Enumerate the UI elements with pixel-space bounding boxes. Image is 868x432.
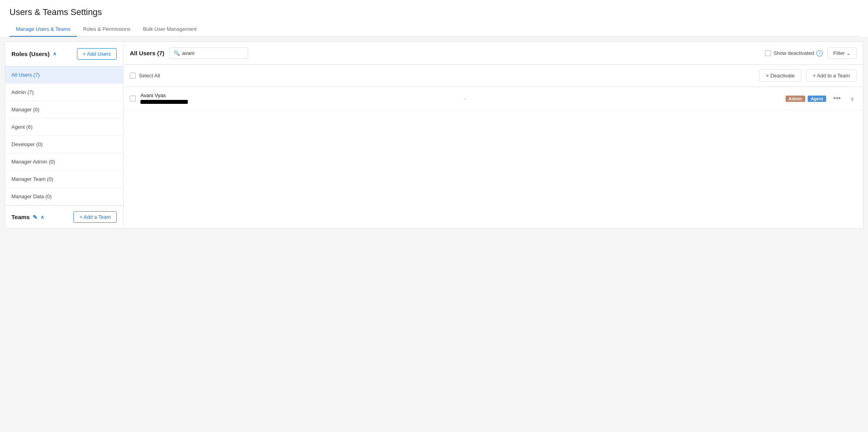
show-deactivated-label: Show deactivated <box>773 50 814 56</box>
user-tag-admin: Admin <box>786 96 805 102</box>
teams-title: Teams ✎ ∧ <box>11 214 44 220</box>
select-all-checkbox[interactable] <box>130 73 136 79</box>
filter-chevron-icon: ⌄ <box>846 50 851 56</box>
role-item[interactable]: Admin (7) <box>5 84 123 101</box>
user-name: Avani Vyas <box>140 92 451 98</box>
deactivate-button[interactable]: × Deactivate <box>759 69 801 82</box>
filter-button[interactable]: Filter ⌄ <box>827 47 857 59</box>
role-item[interactable]: Manager Admin (0) <box>5 153 123 171</box>
roles-list: All Users (7)Admin (7)Manager (0)Agent (… <box>5 66 123 205</box>
roles-title: Roles (Users) ∧ <box>11 51 59 57</box>
users-list: Avani Vyas-AdminAgent•••∨ <box>123 87 863 111</box>
tab-bulk-management[interactable]: Bulk User Management <box>137 22 203 37</box>
user-team: - <box>464 96 465 101</box>
users-count: (7) <box>157 50 164 56</box>
show-deactivated-info-icon[interactable]: i <box>816 50 823 56</box>
add-users-button[interactable]: + Add Users <box>77 48 117 60</box>
user-info: Avani Vyas <box>140 92 451 105</box>
show-deactivated-area: Show deactivated i <box>765 50 823 56</box>
teams-edit-icon[interactable]: ✎ <box>33 214 37 220</box>
right-panel-header: All Users (7) 🔍 Show deactivated i Filte… <box>123 42 863 65</box>
all-users-title: All Users (7) <box>130 50 165 56</box>
select-all-area: Select All <box>130 73 754 79</box>
user-more-button[interactable]: ••• <box>831 94 843 103</box>
user-tags: AdminAgent <box>786 96 826 102</box>
role-item[interactable]: Developer (0) <box>5 136 123 153</box>
page-title: Users & Teams Settings <box>9 7 859 17</box>
user-select-checkbox[interactable] <box>130 96 136 101</box>
roles-header: Roles (Users) ∧ + Add Users <box>5 42 123 66</box>
role-item[interactable]: Agent (6) <box>5 118 123 136</box>
roles-collapse-icon[interactable]: ∧ <box>53 51 59 57</box>
search-icon: 🔍 <box>174 50 180 56</box>
add-team-button[interactable]: + Add a Team <box>73 211 117 223</box>
role-item[interactable]: Manager Data (0) <box>5 188 123 205</box>
right-panel: All Users (7) 🔍 Show deactivated i Filte… <box>123 42 863 228</box>
table-row: Avani Vyas-AdminAgent•••∨ <box>123 87 863 111</box>
tab-bar: Manage Users & Teams Roles & Permissions… <box>9 22 859 37</box>
show-deactivated-checkbox[interactable] <box>765 50 771 56</box>
teams-collapse-icon[interactable]: ∧ <box>41 214 44 220</box>
left-panel: Roles (Users) ∧ + Add Users All Users (7… <box>5 42 123 228</box>
actions-bar: Select All × Deactivate + Add to a Team <box>123 65 863 87</box>
add-to-team-button[interactable]: + Add to a Team <box>806 69 857 82</box>
tab-manage-users[interactable]: Manage Users & Teams <box>9 22 77 37</box>
user-email-redacted <box>140 100 188 104</box>
role-item[interactable]: Manager Team (0) <box>5 171 123 188</box>
tab-roles-permissions[interactable]: Roles & Permissions <box>77 22 137 37</box>
search-input[interactable] <box>182 50 230 56</box>
role-item[interactable]: Manager (0) <box>5 101 123 118</box>
role-item[interactable]: All Users (7) <box>5 66 123 84</box>
user-tag-agent: Agent <box>808 96 826 102</box>
select-all-label: Select All <box>139 73 160 79</box>
teams-section-header: Teams ✎ ∧ + Add a Team <box>5 205 123 228</box>
user-expand-button[interactable]: ∨ <box>848 95 857 103</box>
search-box: 🔍 <box>169 47 248 59</box>
